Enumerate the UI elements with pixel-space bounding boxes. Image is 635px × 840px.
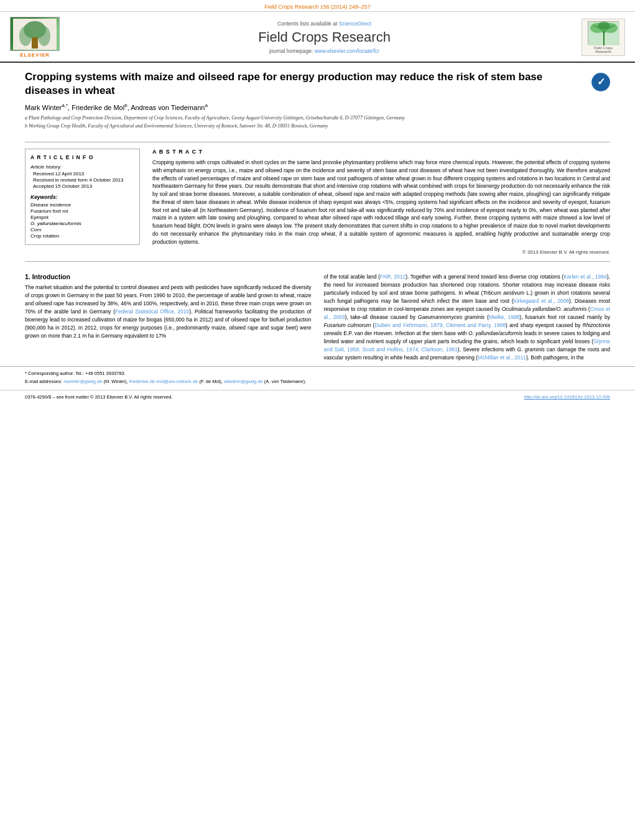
right-logo: Field CropsResearch bbox=[582, 19, 625, 56]
affiliation-a: a Plant Pathology and Crop Protection Di… bbox=[25, 114, 610, 121]
body-left-col: 1. Introduction The market situation and… bbox=[25, 273, 312, 361]
email2-link[interactable]: friederike.de-mol@uni-rostock.de bbox=[129, 379, 198, 384]
email3-link[interactable]: atiedem@gwdg.de bbox=[224, 379, 263, 384]
keywords-box: Keywords: Disease incidence Fusarium foo… bbox=[30, 194, 134, 239]
footnote-emails: E-mail addresses: mwinter@gwdg.de (M. Wi… bbox=[25, 379, 610, 385]
intro-para2: of the total arable land (FNR, 2012). To… bbox=[324, 273, 611, 361]
svg-point-2 bbox=[19, 26, 32, 46]
top-bar: Field Crops Research 156 (2014) 249–257 bbox=[0, 0, 635, 12]
ref-mielke: Mielke, 1998 bbox=[489, 314, 520, 320]
right-logo-label: Field CropsResearch bbox=[594, 46, 613, 53]
accepted-date: Accepted 15 October 2013 bbox=[30, 183, 134, 189]
abstract-title: A B S T R A C T bbox=[152, 149, 610, 155]
ref-duben: Duben and Fehrmann, 1979; Clement and Pa… bbox=[374, 322, 506, 328]
svg-rect-4 bbox=[32, 37, 38, 48]
homepage-line: journal homepage: www.elsevier.com/locat… bbox=[67, 48, 582, 54]
kw-2: Fusarium foot rot bbox=[30, 208, 134, 214]
right-logo-image bbox=[588, 21, 619, 45]
kw-4: O. yallundae/acuformis bbox=[30, 221, 134, 226]
journal-header: ELSEVIER Contents lists available at Sci… bbox=[0, 12, 635, 63]
kw-1: Disease incidence bbox=[30, 202, 134, 208]
issn-text: 0378-4290/$ – see front matter © 2013 El… bbox=[25, 394, 172, 400]
bottom-bar: 0378-4290/$ – see front matter © 2013 El… bbox=[0, 390, 635, 402]
footnotes-area: * Corresponding author. Tel.: +49 0551 3… bbox=[0, 366, 635, 385]
body-right-col: of the total arable land (FNR, 2012). To… bbox=[324, 273, 611, 361]
elsevier-text: ELSEVIER bbox=[20, 52, 50, 58]
kw-6: Crop rotation bbox=[30, 233, 134, 239]
article-info-title: A R T I C L E I N F O bbox=[30, 154, 134, 160]
article-title-area: Cropping systems with maize and oilseed … bbox=[25, 70, 610, 98]
article-section: Cropping systems with maize and oilseed … bbox=[0, 63, 635, 136]
species-o-yallundae: O. yallundae/acuformis bbox=[468, 330, 522, 336]
species-g-graminis: G. graminis bbox=[517, 346, 545, 353]
copyright-line: © 2013 Elsevier B.V. All rights reserved… bbox=[152, 249, 610, 255]
homepage-link[interactable]: www.elsevier.com/locate/fcr bbox=[315, 48, 379, 54]
wheat-latin: Triticum aestivum bbox=[483, 290, 524, 296]
ref-glynne: Glynne and Salt, 1958; Scott and Hollins… bbox=[324, 338, 611, 353]
species-oculimacula: Oculimacula yallundae/O. acuformis bbox=[502, 306, 587, 312]
crossmark-icon[interactable]: ✓ bbox=[591, 73, 610, 91]
science-direct-link[interactable]: ScienceDirect bbox=[339, 21, 371, 27]
divider-2 bbox=[25, 261, 610, 262]
revised-date: Received in revised form 4 October 2013 bbox=[30, 177, 134, 183]
authors-line: Mark Wintera,*, Friederike de Molb, Andr… bbox=[25, 103, 610, 111]
intro-heading: 1. Introduction bbox=[25, 273, 312, 280]
received-date: Received 12 April 2013 bbox=[30, 171, 134, 177]
journal-title: Field Crops Research bbox=[67, 29, 582, 45]
keywords-title: Keywords: bbox=[30, 194, 134, 200]
species-gaeum: Gaeumannomyces graminis bbox=[418, 314, 484, 320]
doi-link[interactable]: http://dx.doi.org/10.1016/j.fcr.2013.10.… bbox=[524, 394, 610, 400]
svg-point-3 bbox=[38, 26, 50, 46]
email2-name: (F. de Mol), bbox=[199, 379, 223, 384]
contents-line: Contents lists available at ScienceDirec… bbox=[67, 21, 582, 27]
abstract-col: A B S T R A C T Cropping systems with cr… bbox=[152, 149, 610, 255]
abstract-text: Cropping systems with crops cultivated i… bbox=[152, 159, 610, 246]
ref-federal: Federal Statistical Office, 2010 bbox=[115, 308, 189, 315]
crossmark-badge[interactable]: ✓ bbox=[591, 73, 610, 91]
svg-point-8 bbox=[598, 22, 610, 29]
elsevier-logo-image bbox=[10, 17, 60, 51]
footnote-corresponding: * Corresponding author. Tel.: +49 0551 3… bbox=[25, 371, 610, 377]
ref-karlen: Karlen et al., 1994 bbox=[563, 274, 607, 280]
article-info-col: A R T I C L E I N F O Article history: R… bbox=[25, 149, 140, 255]
kw-3: Eyespot bbox=[30, 215, 134, 220]
elsevier-logo: ELSEVIER bbox=[10, 17, 60, 58]
history-label: Article history: bbox=[30, 164, 134, 170]
ref-fnr: FNR, 2012 bbox=[380, 274, 406, 280]
intro-para1: The market situation and the potential t… bbox=[25, 284, 312, 339]
ref-kirkegaard: Kirkegaard et al., 2008 bbox=[514, 298, 570, 304]
kw-5: Corn bbox=[30, 227, 134, 233]
species-fus: Fusarium culmorum bbox=[324, 322, 371, 328]
journal-ref: Field Crops Research 156 (2014) 249–257 bbox=[264, 4, 371, 10]
info-abstract-columns: A R T I C L E I N F O Article history: R… bbox=[0, 149, 635, 255]
body-section: 1. Introduction The market situation and… bbox=[0, 268, 635, 361]
divider-1 bbox=[25, 142, 610, 142]
svg-text:✓: ✓ bbox=[597, 76, 605, 87]
affiliation-b: b Working Group Crop Health, Faculty of … bbox=[25, 122, 610, 129]
article-info-box: A R T I C L E I N F O Article history: R… bbox=[25, 149, 140, 245]
body-two-col: 1. Introduction The market situation and… bbox=[25, 273, 610, 361]
ref-mcmillan: McMillan et al., 2011 bbox=[478, 354, 526, 361]
email1-link[interactable]: mwinter@gwdg.de bbox=[63, 379, 102, 384]
email-label: E-mail addresses: bbox=[25, 379, 62, 384]
email3-name: (A. von Tiedemann). bbox=[264, 379, 307, 384]
journal-center-info: Contents lists available at ScienceDirec… bbox=[67, 21, 582, 54]
article-title: Cropping systems with maize and oilseed … bbox=[25, 70, 591, 98]
page-container: Field Crops Research 156 (2014) 249–257 … bbox=[0, 0, 635, 402]
email1-name: (M. Winter), bbox=[103, 379, 127, 384]
